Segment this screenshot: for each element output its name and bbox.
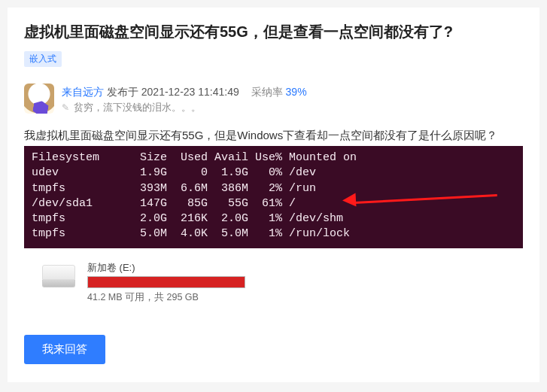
terminal-row: tmpfs 5.0M 4.0K 5.0M 1% /run/lock	[32, 227, 350, 240]
adopt-rate: 39%	[286, 86, 307, 98]
terminal-output: Filesystem Size Used Avail Use% Mounted …	[24, 146, 523, 248]
drive-usage-bar	[87, 276, 245, 288]
drive-name: 新加卷 (E:)	[87, 260, 245, 275]
terminal-row: tmpfs 393M 6.6M 386M 2% /run	[32, 182, 316, 195]
annotation-arrow	[347, 196, 497, 211]
answer-button[interactable]: 我来回答	[24, 335, 105, 364]
drive-usage-fill	[88, 277, 245, 287]
terminal-row: udev 1.9G 0 1.9G 0% /dev	[32, 166, 316, 179]
drive-info-block: 新加卷 (E:) 41.2 MB 可用，共 295 GB	[24, 257, 523, 335]
question-title: 虚拟机里面磁盘空间显示还有55G，但是查看一点空间都没有了?	[24, 21, 523, 42]
author-meta: 来自远方 发布于 2021-12-23 11:41:49 采纳率 39% ✎ 贫…	[24, 84, 523, 116]
terminal-row: /dev/sda1 147G 85G 55G 61% /	[32, 197, 296, 210]
pencil-icon: ✎	[62, 101, 69, 115]
username-link[interactable]: 来自远方	[62, 86, 104, 98]
terminal-row: tmpfs 2.0G 216K 2.0G 1% /dev/shm	[32, 212, 343, 225]
terminal-header: Filesystem Size Used Avail Use% Mounted …	[32, 151, 357, 164]
drive-status: 41.2 MB 可用，共 295 GB	[87, 290, 245, 305]
question-card: 虚拟机里面磁盘空间显示还有55G，但是查看一点空间都没有了? 嵌入式 来自远方 …	[8, 8, 539, 382]
publish-prefix: 发布于	[107, 86, 138, 98]
meta-lines: 来自远方 发布于 2021-12-23 11:41:49 采纳率 39% ✎ 贫…	[62, 84, 307, 116]
avatar[interactable]	[24, 84, 54, 114]
publish-time: 2021-12-23 11:41:49	[141, 86, 239, 98]
question-tag[interactable]: 嵌入式	[24, 51, 62, 67]
signature: ✎ 贫穷，流下没钱的泪水。。。	[62, 100, 307, 116]
adopt-label: 采纳率	[251, 86, 283, 98]
signature-text: 贫穷，流下没钱的泪水。。。	[74, 100, 201, 116]
drive-icon	[42, 265, 75, 287]
question-body: 我虚拟机里面磁盘空间显示还有55G，但是Windows下查看却一点空间都没有了是…	[24, 126, 523, 144]
